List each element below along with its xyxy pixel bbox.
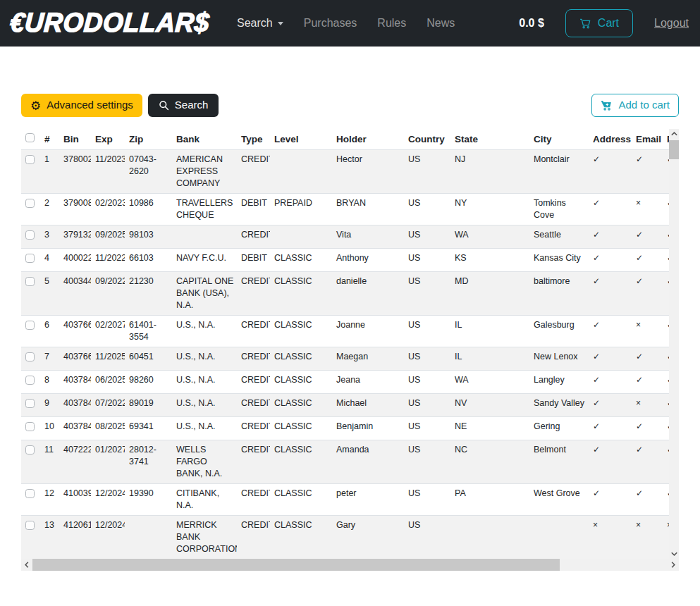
cell-bin: 407222	[59, 440, 91, 484]
cell-zip: 61401-3554	[125, 316, 172, 347]
row-checkbox[interactable]	[25, 376, 35, 385]
cell-n: 3	[40, 225, 59, 249]
select-all-checkbox[interactable]	[25, 133, 35, 142]
row-select-cell	[21, 440, 40, 484]
row-checkbox[interactable]	[25, 422, 35, 431]
nav-search[interactable]: Search	[237, 17, 283, 30]
row-checkbox[interactable]	[25, 445, 35, 455]
scroll-up-button[interactable]	[669, 129, 679, 139]
cell-holder: Gary	[332, 516, 404, 559]
cell-city: New Lenox	[529, 347, 589, 371]
cell-n: 13	[40, 516, 59, 559]
cell-address: ✓	[589, 417, 632, 440]
brand-logo[interactable]: €URODOLLAR$	[8, 8, 210, 39]
row-checkbox[interactable]	[25, 277, 35, 286]
chevron-down-icon	[278, 22, 283, 25]
row-checkbox[interactable]	[25, 352, 35, 361]
vertical-scrollbar[interactable]	[669, 129, 679, 559]
table-row: 940378407/202289019U.S., N.A.CREDITCLASS…	[21, 394, 669, 417]
cell-phone: ✓	[663, 316, 669, 347]
column-header-bin: Bin	[59, 129, 91, 150]
cell-level: CLASSIC	[270, 316, 332, 347]
nav-purchases[interactable]: Purchases	[304, 17, 357, 30]
cell-exp: 06/2025	[91, 371, 125, 394]
cell-type: DEBIT	[237, 194, 270, 225]
row-checkbox[interactable]	[25, 199, 35, 208]
cell-zip: 28012-3741	[125, 440, 172, 484]
cell-country: US	[404, 316, 450, 347]
horizontal-scrollbar-thumb[interactable]	[32, 559, 560, 571]
cell-bin: 403766	[59, 316, 91, 347]
top-navbar: €URODOLLAR$ Search Purchases Rules News …	[0, 0, 700, 47]
check-icon: ✓	[593, 198, 600, 208]
cart-button[interactable]: Cart	[565, 9, 633, 37]
cell-zip: 19390	[125, 484, 172, 516]
logout-link[interactable]: Logout	[654, 17, 689, 30]
cell-type: CREDIT	[237, 150, 270, 194]
row-checkbox[interactable]	[25, 155, 35, 164]
row-checkbox[interactable]	[25, 399, 35, 408]
search-button[interactable]: Search	[148, 94, 219, 117]
cell-country: US	[404, 417, 450, 440]
cell-city: Sandy Valley	[529, 394, 589, 417]
scroll-left-button[interactable]	[21, 559, 32, 571]
horizontal-scrollbar[interactable]	[21, 559, 679, 571]
cell-exp: 09/2025	[91, 225, 125, 249]
cell-exp: 01/2027	[91, 440, 125, 484]
cell-holder: Benjamin	[332, 417, 404, 440]
row-checkbox[interactable]	[25, 521, 35, 530]
column-header-zip: Zip	[125, 129, 172, 150]
vertical-scrollbar-thumb[interactable]	[669, 140, 679, 159]
advanced-settings-button[interactable]: ⚙ Advanced settings	[21, 94, 142, 117]
cell-exp: 08/2025	[91, 417, 125, 440]
results-table: # Bin Exp Zip Bank Type Level Holder Cou…	[21, 129, 669, 559]
row-select-cell	[21, 316, 40, 347]
column-header-bank: Bank	[172, 129, 237, 150]
row-checkbox[interactable]	[25, 230, 35, 240]
cell-phone: ✓	[663, 150, 669, 194]
cell-type: CREDIT	[237, 347, 270, 371]
cell-level	[270, 225, 332, 249]
cell-state: MD	[450, 272, 529, 316]
cell-bank: MERRICK BANK CORPORATION	[172, 516, 237, 559]
cell-bin: 379008	[59, 194, 91, 225]
table-row: 1140722201/202728012-3741WELLS FARGO BAN…	[21, 440, 669, 484]
row-checkbox[interactable]	[25, 254, 35, 263]
cell-level: CLASSIC	[270, 249, 332, 272]
scroll-right-button[interactable]	[668, 559, 679, 571]
cell-city: Langley	[529, 371, 589, 394]
row-checkbox[interactable]	[25, 321, 35, 330]
table-header-row: # Bin Exp Zip Bank Type Level Holder Cou…	[21, 129, 669, 150]
cell-zip: 69341	[125, 417, 172, 440]
cell-state: IL	[450, 347, 529, 371]
cell-holder: Amanda	[332, 440, 404, 484]
cell-bank: U.S., N.A.	[172, 371, 237, 394]
nav-news[interactable]: News	[426, 17, 455, 30]
cart-icon	[579, 18, 591, 30]
row-select-cell	[21, 484, 40, 516]
cell-holder: Hector	[332, 150, 404, 194]
cell-state: NC	[450, 440, 529, 484]
cell-exp: 09/2022	[91, 272, 125, 316]
scroll-down-button[interactable]	[669, 549, 679, 559]
cell-email: ✓	[632, 272, 663, 316]
horizontal-scrollbar-track[interactable]	[32, 559, 668, 571]
add-to-cart-button[interactable]: Add to cart	[591, 94, 679, 117]
add-to-cart-label: Add to cart	[618, 99, 670, 111]
cell-level: CLASSIC	[270, 440, 332, 484]
cell-phone: ✓	[663, 347, 669, 371]
cell-zip: 21230	[125, 272, 172, 316]
cell-address: ×	[589, 516, 632, 559]
row-checkbox[interactable]	[25, 489, 35, 498]
cell-address: ✓	[589, 316, 632, 347]
cart-button-label: Cart	[598, 17, 619, 30]
cell-exp: 12/2024	[91, 516, 125, 559]
cell-bank: NAVY F.C.U.	[172, 249, 237, 272]
cell-state: NY	[450, 194, 529, 225]
nav-rules[interactable]: Rules	[377, 17, 406, 30]
check-icon: ✓	[636, 276, 643, 286]
cell-country: US	[404, 194, 450, 225]
cell-country: US	[404, 516, 450, 559]
cell-email: ✓	[632, 417, 663, 440]
cell-bin: 410039	[59, 484, 91, 516]
